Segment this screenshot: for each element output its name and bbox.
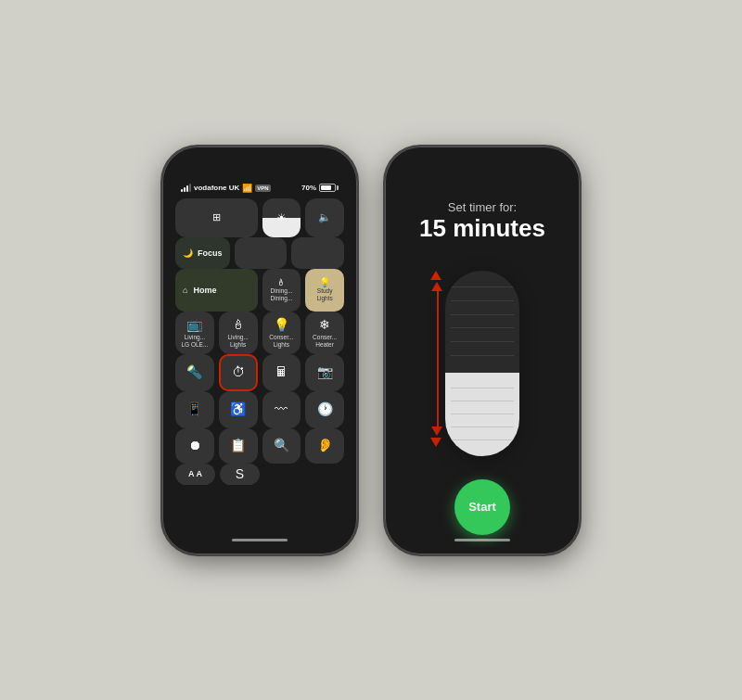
conserv-heater-label-1: Conser... — [313, 334, 337, 341]
screen-record-tile[interactable]: ⏺ — [175, 428, 214, 464]
wifi-icon: 📶 — [242, 184, 252, 193]
row-3-home: ⌂ Home 🕯 Dining... Dining... 💡 Study Lig… — [175, 269, 344, 312]
pill-line-2 — [451, 300, 514, 301]
pill-line-6 — [451, 355, 514, 356]
pill-dark-lines — [445, 271, 519, 373]
timer-minutes-label: 15 minutes — [419, 214, 545, 243]
set-timer-label: Set timer for: — [419, 200, 545, 214]
timer-slider-area[interactable] — [390, 261, 574, 465]
pill-line-light-1 — [451, 388, 514, 388]
signal-bar-2 — [184, 187, 186, 192]
extra-toggle[interactable] — [291, 237, 344, 269]
magnifier-tile[interactable]: 🔍 — [262, 428, 301, 464]
home-bar-right — [454, 539, 510, 541]
row-2-focus: 🌙 Focus — [175, 237, 344, 269]
living-tv-label-1: Living... — [185, 334, 205, 341]
volume-slider[interactable]: 🔈 — [305, 198, 344, 237]
text-size-tile[interactable]: A A — [175, 464, 215, 486]
focus-tile[interactable]: 🌙 Focus — [175, 237, 230, 269]
start-button[interactable]: Start — [454, 479, 510, 535]
carrier-label: vodafone UK — [194, 184, 239, 192]
pill-line-light-4 — [451, 426, 514, 427]
arrow-down-icon — [437, 426, 439, 447]
study-label-2: Lights — [316, 295, 332, 302]
row-1-connectivity: ⊞ ☀ 🔈 — [175, 198, 344, 237]
conserv-lights-label-2: Lights — [274, 341, 289, 349]
magnifier-icon: 🔍 — [274, 438, 289, 452]
home-icon: ⌂ — [183, 286, 187, 295]
home-label: Home — [193, 286, 216, 295]
hearing-tile[interactable]: 👂 — [305, 428, 344, 464]
brightness-slider[interactable]: ☀ — [262, 198, 301, 237]
row-4-home-accessories: 📺 Living... LG OLE... 🕯 Living... Lights… — [175, 312, 344, 354]
study-lights-icon: 💡 — [319, 277, 330, 287]
living-tv-label-2: LG OLE... — [181, 341, 208, 349]
shazam-icon: S — [236, 466, 244, 481]
vpn-badge: VPN — [255, 185, 270, 192]
timer-screen: Set timer for: 15 minutes — [390, 154, 574, 547]
row-8-last: A A S — [175, 464, 344, 497]
phone-right: Set timer for: 15 minutes — [385, 146, 580, 554]
row-5-tools: 🔦 ⏱ 🖩 📷 — [175, 354, 344, 391]
shazam-tile[interactable]: S — [220, 464, 260, 486]
living-lights-label-2: Lights — [230, 341, 246, 349]
battery-percent: 70% — [301, 184, 316, 192]
screen-mirroring-tile[interactable]: ⊞ — [175, 198, 258, 237]
brightness-sun-icon: ☀ — [276, 211, 287, 224]
study-lights-tile[interactable]: 💡 Study Lights — [305, 269, 344, 312]
battery-fill — [321, 185, 331, 190]
camera-icon: 📷 — [317, 364, 333, 379]
conserv-lights-icon: 💡 — [274, 317, 289, 332]
pill-line-4 — [451, 327, 514, 328]
moon-icon: 🌙 — [183, 248, 193, 258]
pill-line-light-2 — [451, 401, 514, 401]
conserv-heater-tile[interactable]: ❄ Conser... Heater — [305, 312, 344, 354]
down-arrow-head — [431, 426, 442, 436]
timer-header: Set timer for: 15 minutes — [419, 200, 545, 243]
voice-memos-tile[interactable]: 〰 — [262, 391, 301, 428]
pill-dark-section — [445, 271, 519, 373]
heater-icon: ❄ — [319, 317, 330, 332]
timer-tile[interactable]: ⏱ — [219, 354, 258, 391]
pill-line-3 — [451, 314, 514, 315]
living-tv-tile[interactable]: 📺 Living... LG OLE... — [175, 312, 214, 354]
pill-line-light-3 — [451, 414, 514, 414]
timer-icon: ⏱ — [232, 364, 245, 379]
focus-label: Focus — [198, 248, 223, 258]
clock-tile[interactable]: 🕐 — [305, 391, 344, 428]
signal-bar-4 — [189, 184, 191, 192]
pill-line-5 — [451, 341, 514, 342]
dining-tile[interactable]: 🕯 Dining... Dining... — [262, 269, 301, 312]
status-left: vodafone UK 📶 VPN — [181, 184, 271, 193]
screen-mirror-icon: ⊞ — [212, 211, 221, 223]
remote-icon: 📱 — [186, 401, 202, 416]
control-center: vodafone UK 📶 VPN 70% ⊞ — [168, 154, 352, 547]
volume-icon: 🔈 — [318, 211, 331, 223]
status-bar: vodafone UK 📶 VPN 70% — [175, 180, 344, 198]
timer-pill[interactable] — [445, 271, 519, 456]
tv-icon: 📺 — [186, 317, 202, 332]
conserv-lights-tile[interactable]: 💡 Conser... Lights — [262, 312, 301, 354]
signal-bar-1 — [181, 189, 183, 192]
conserv-lights-label-1: Conser... — [269, 334, 293, 341]
torch-tile[interactable]: 🔦 — [175, 354, 214, 391]
accessibility-tile[interactable]: ♿ — [219, 391, 258, 428]
living-lights-tile[interactable]: 🕯 Living... Lights — [219, 312, 258, 354]
up-arrow-head — [431, 282, 442, 291]
do-not-disturb-extra[interactable] — [235, 237, 288, 269]
torch-icon: 🔦 — [186, 364, 202, 379]
voice-memos-icon: 〰 — [275, 401, 288, 416]
dining-label-1: Dining... — [270, 287, 292, 295]
battery-icon — [319, 184, 339, 192]
notes-tile[interactable]: 📋 — [219, 428, 258, 464]
row-7-extras: ⏺ 📋 🔍 👂 — [175, 428, 344, 464]
home-tile[interactable]: ⌂ Home — [175, 269, 258, 312]
remote-tile[interactable]: 📱 — [175, 391, 214, 428]
arrow-up-icon — [437, 271, 439, 291]
notes-icon: 📋 — [230, 438, 246, 452]
camera-tile[interactable]: 📷 — [305, 354, 344, 391]
clock-icon: 🕐 — [317, 401, 333, 416]
notch-left — [227, 154, 292, 171]
status-right: 70% — [301, 184, 339, 192]
calculator-tile[interactable]: 🖩 — [262, 354, 301, 391]
